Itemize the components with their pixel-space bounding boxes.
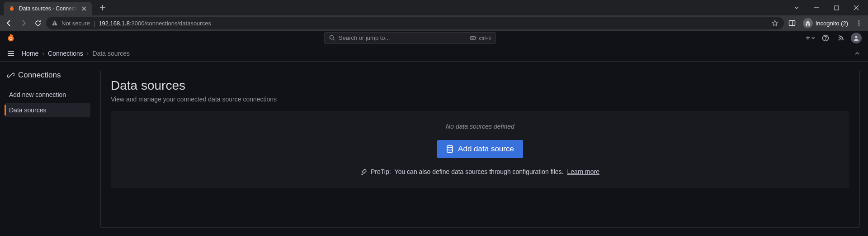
- close-window-icon[interactable]: [846, 1, 866, 14]
- learn-more-link[interactable]: Learn more: [567, 168, 599, 175]
- svg-line-10: [333, 39, 335, 40]
- chrome-menu-icon[interactable]: [853, 17, 865, 29]
- top-bar-actions: [804, 32, 863, 44]
- breadcrumb-connections[interactable]: Connections: [48, 50, 83, 57]
- grafana-app: Search or jump to... ctrl+k: [0, 31, 868, 236]
- sidebar-item-label: Add new connection: [9, 91, 66, 98]
- sidebar-item-data-sources[interactable]: Data sources: [5, 103, 90, 117]
- protip-text: You can also define data sources through…: [395, 168, 564, 175]
- svg-rect-0: [835, 6, 839, 10]
- database-icon: [446, 145, 453, 153]
- forward-icon[interactable]: [17, 17, 30, 29]
- user-avatar[interactable]: [850, 32, 863, 44]
- tab-strip: Data sources - Connections - Grafana: [0, 0, 868, 15]
- svg-point-12: [472, 37, 472, 38]
- browser-tab[interactable]: Data sources - Connections - Grafana: [4, 2, 92, 15]
- not-secure-icon: [52, 20, 58, 26]
- chevron-right-icon: ›: [42, 50, 44, 57]
- empty-state-text: No data sources defined: [446, 123, 514, 130]
- address-bar[interactable]: Not secure | 192.168.1.8:3000/connection…: [46, 17, 784, 29]
- browser-chrome: Data sources - Connections - Grafana: [0, 0, 868, 31]
- page-panel: Data sources View and manage your connec…: [100, 70, 860, 228]
- svg-point-18: [825, 39, 826, 40]
- svg-point-20: [855, 36, 858, 38]
- address-row: Not secure | 192.168.1.8:3000/connection…: [0, 15, 868, 31]
- breadcrumb-row: Home › Connections › Data sources: [0, 45, 868, 62]
- sidebar-item-label: Data sources: [9, 106, 46, 114]
- svg-point-7: [859, 24, 860, 26]
- reload-icon[interactable]: [32, 17, 44, 29]
- svg-rect-2: [54, 24, 55, 24]
- new-tab-button[interactable]: [96, 1, 109, 14]
- menu-toggle-icon[interactable]: [5, 48, 16, 59]
- tab-close-icon[interactable]: [81, 5, 87, 12]
- sidebar-item-add-new-connection[interactable]: Add new connection: [5, 88, 90, 101]
- connections-icon: [7, 72, 14, 79]
- breadcrumb-home[interactable]: Home: [22, 50, 38, 57]
- incognito-indicator[interactable]: Incognito (2): [800, 18, 851, 28]
- sidebar-title: Connections: [5, 69, 90, 86]
- url-host: 192.168.1.8: [99, 20, 130, 27]
- chevron-down-icon: [811, 36, 815, 40]
- protip-label: ProTip:: [371, 168, 391, 175]
- incognito-icon: [803, 18, 813, 28]
- window-controls: [787, 0, 868, 15]
- svg-rect-1: [54, 22, 55, 24]
- side-panel-icon[interactable]: [786, 17, 798, 29]
- not-secure-label: Not secure: [61, 20, 90, 27]
- grafana-favicon-icon: [8, 5, 15, 12]
- breadcrumb: Home › Connections › Data sources: [22, 50, 130, 57]
- sidebar: Connections Add new connection Data sour…: [0, 62, 95, 236]
- protip-row: ProTip: You can also define data sources…: [361, 168, 599, 175]
- minimize-icon[interactable]: [807, 1, 826, 14]
- tab-title: Data sources - Connections - Grafana: [19, 5, 77, 12]
- svg-point-19: [839, 39, 840, 40]
- search-icon: [329, 35, 335, 41]
- search-shortcut: ctrl+k: [469, 35, 491, 41]
- news-feed-icon[interactable]: [835, 32, 847, 44]
- chevron-right-icon: ›: [87, 50, 89, 57]
- breadcrumb-current: Data sources: [93, 50, 130, 57]
- svg-point-5: [859, 20, 860, 22]
- svg-rect-11: [471, 36, 476, 39]
- add-menu-button[interactable]: [804, 32, 816, 44]
- incognito-label: Incognito (2): [816, 20, 848, 27]
- svg-point-9: [330, 36, 334, 39]
- add-data-source-button[interactable]: Add data source: [437, 140, 523, 158]
- rocket-icon: [361, 169, 367, 175]
- svg-point-6: [859, 23, 860, 24]
- grafana-logo-icon[interactable]: [5, 33, 16, 43]
- empty-state-panel: No data sources defined Add data source …: [111, 111, 849, 188]
- add-data-source-label: Add data source: [458, 144, 514, 154]
- bookmark-star-icon[interactable]: [771, 19, 778, 27]
- maximize-icon[interactable]: [826, 1, 846, 14]
- help-icon[interactable]: [819, 32, 832, 44]
- url-path: :3000/connections/datasources: [130, 20, 211, 27]
- svg-rect-3: [789, 21, 795, 26]
- back-icon[interactable]: [3, 17, 15, 29]
- svg-point-15: [474, 37, 475, 38]
- svg-point-13: [472, 37, 473, 38]
- kiosk-toggle-icon[interactable]: [852, 48, 863, 59]
- page-title: Data sources: [111, 78, 849, 93]
- svg-point-14: [473, 37, 474, 38]
- keyboard-icon: [469, 36, 477, 40]
- page-subtitle: View and manage your connected data sour…: [111, 96, 849, 103]
- search-placeholder: Search or jump to...: [339, 34, 390, 41]
- tab-search-icon[interactable]: [787, 1, 807, 14]
- body: Connections Add new connection Data sour…: [0, 62, 868, 236]
- grafana-top-bar: Search or jump to... ctrl+k: [0, 31, 868, 45]
- main-content: Data sources View and manage your connec…: [95, 62, 868, 236]
- global-search-input[interactable]: Search or jump to... ctrl+k: [324, 32, 496, 44]
- svg-point-21: [447, 145, 453, 148]
- svg-rect-16: [472, 39, 474, 39]
